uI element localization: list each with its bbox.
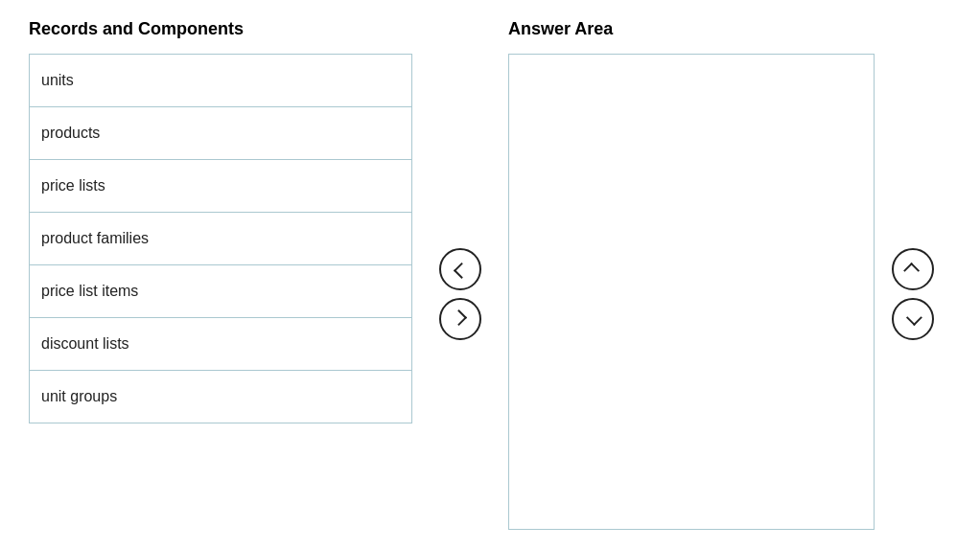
list-item-price-lists[interactable]: price lists	[30, 160, 411, 213]
move-up-button[interactable]	[892, 248, 934, 290]
answer-panel-header: Answer Area	[508, 19, 875, 44]
right-controls	[875, 19, 951, 530]
move-right-button[interactable]	[439, 298, 481, 340]
list-item-unit-groups[interactable]: unit groups	[30, 371, 411, 423]
list-item-products[interactable]: products	[30, 107, 411, 160]
list-item-product-families[interactable]: product families	[30, 213, 411, 265]
left-panel-header: Records and Components	[29, 19, 412, 44]
records-list: units products price lists product famil…	[29, 54, 412, 423]
move-down-button[interactable]	[892, 298, 934, 340]
chevron-left-icon	[455, 263, 466, 275]
right-panel: Answer Area	[508, 19, 951, 530]
chevron-right-icon	[455, 313, 466, 325]
chevron-down-icon	[907, 313, 919, 325]
left-panel: Records and Components units products pr…	[29, 19, 412, 530]
answer-list	[508, 54, 875, 530]
list-item-price-list-items[interactable]: price list items	[30, 265, 411, 318]
list-item-discount-lists[interactable]: discount lists	[30, 318, 411, 371]
move-left-button[interactable]	[439, 248, 481, 290]
main-container: Records and Components units products pr…	[0, 0, 980, 549]
middle-controls	[412, 19, 508, 530]
answer-area: Answer Area	[508, 19, 875, 530]
chevron-up-icon	[907, 263, 919, 275]
list-item-units[interactable]: units	[30, 55, 411, 107]
